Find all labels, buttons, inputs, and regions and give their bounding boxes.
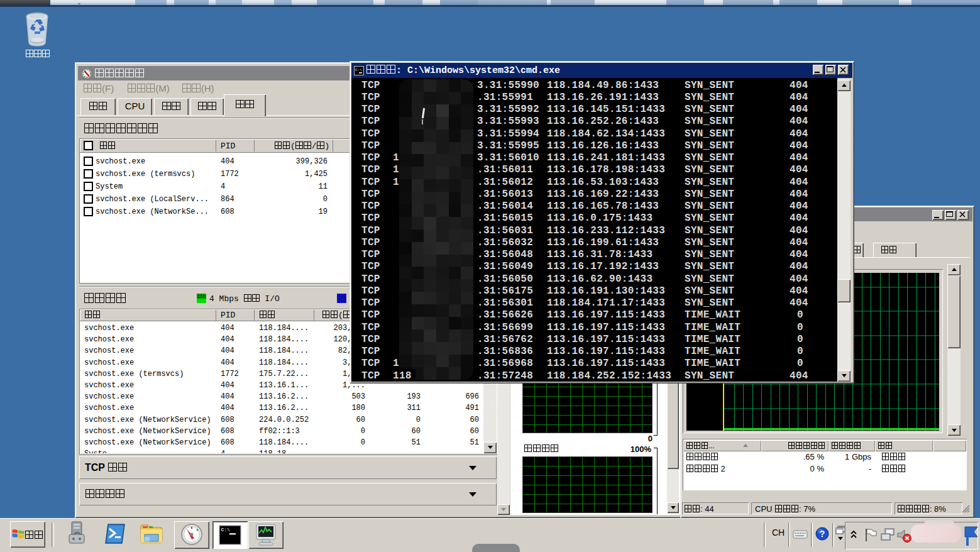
svg-text:?: ? [820,529,825,539]
svg-text:C:\: C:\ [221,527,231,533]
svg-text:C:\: C:\ [355,68,362,72]
